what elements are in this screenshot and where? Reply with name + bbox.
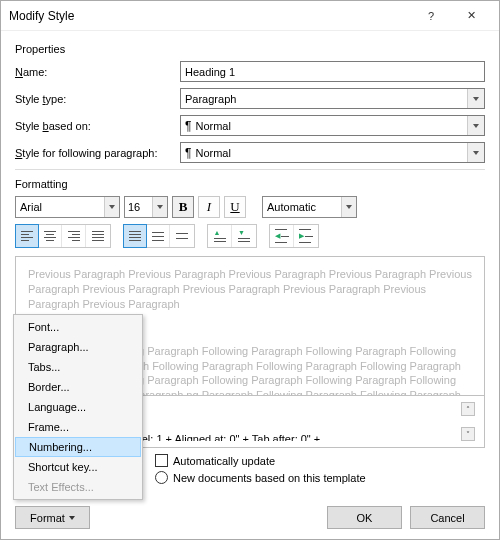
font-value: Arial	[16, 201, 104, 213]
divider	[15, 169, 485, 170]
para-spacing-group: ▲ ▼	[207, 224, 257, 248]
menu-tabs[interactable]: Tabs...	[14, 357, 142, 377]
basedon-value: ¶Normal	[181, 119, 467, 133]
styletype-combo[interactable]: Paragraph	[180, 88, 485, 109]
medium-spacing-button[interactable]	[146, 225, 170, 247]
name-label: Name:	[15, 66, 180, 78]
menu-shortcut[interactable]: Shortcut key...	[14, 457, 142, 477]
dialog-title: Modify Style	[9, 9, 411, 23]
styletype-label: Style type:	[15, 93, 180, 105]
titlebar: Modify Style ? ✕	[1, 1, 499, 31]
auto-update-checkbox[interactable]	[155, 454, 168, 467]
basedon-combo[interactable]: ¶Normal	[180, 115, 485, 136]
formatting-group-label: Formatting	[15, 178, 485, 190]
dialog-content: Properties Name: Style type: Paragraph S…	[1, 31, 499, 496]
format-menu: Font... Paragraph... Tabs... Border... L…	[13, 314, 143, 500]
scroll-up-icon[interactable]: ˄	[461, 402, 475, 416]
chevron-down-icon	[467, 143, 484, 162]
following-combo[interactable]: ¶Normal	[180, 142, 485, 163]
menu-font[interactable]: Font...	[14, 317, 142, 337]
help-button[interactable]: ?	[411, 2, 451, 30]
chevron-down-icon	[467, 89, 484, 108]
chevron-down-icon	[104, 197, 119, 217]
bold-button[interactable]: B	[172, 196, 194, 218]
chevron-down-icon	[467, 116, 484, 135]
caret-down-icon	[69, 516, 75, 520]
auto-update-label: Automatically update	[173, 455, 275, 467]
format-button[interactable]: Format	[15, 506, 90, 529]
scroll-down-icon[interactable]: ˅	[461, 427, 475, 441]
close-button[interactable]: ✕	[451, 2, 491, 30]
menu-border[interactable]: Border...	[14, 377, 142, 397]
chevron-down-icon	[152, 197, 167, 217]
new-docs-label: New documents based on this template	[173, 472, 366, 484]
styletype-value: Paragraph	[181, 93, 467, 105]
italic-button[interactable]: I	[198, 196, 220, 218]
single-spacing-button[interactable]	[123, 224, 147, 248]
fontcolor-combo[interactable]: Automatic	[262, 196, 357, 218]
description-scrollbar[interactable]: ˄ ˅	[460, 402, 476, 441]
fontsize-combo[interactable]: 16	[124, 196, 168, 218]
menu-frame[interactable]: Frame...	[14, 417, 142, 437]
align-center-button[interactable]	[38, 225, 62, 247]
menu-paragraph[interactable]: Paragraph...	[14, 337, 142, 357]
paragraph-toolbar: ▲ ▼ ◀ ▶	[15, 224, 485, 248]
font-combo[interactable]: Arial	[15, 196, 120, 218]
align-justify-button[interactable]	[86, 225, 110, 247]
underline-button[interactable]: U	[224, 196, 246, 218]
dialog-footer: Format OK Cancel	[1, 496, 499, 539]
ok-button[interactable]: OK	[327, 506, 402, 529]
cancel-button[interactable]: Cancel	[410, 506, 485, 529]
double-spacing-button[interactable]	[170, 225, 194, 247]
formatting-toolbar: Arial 16 B I U Automatic	[15, 196, 485, 218]
preview-prev-text: Previous Paragraph Previous Paragraph Pr…	[28, 267, 472, 312]
indent-group: ◀ ▶	[269, 224, 319, 248]
menu-texteffects: Text Effects...	[14, 477, 142, 497]
fontsize-value: 16	[125, 201, 152, 213]
increase-before-button[interactable]: ▲	[208, 225, 232, 247]
spacing-group	[123, 224, 195, 248]
chevron-down-icon	[341, 197, 356, 217]
basedon-label: Style based on:	[15, 120, 180, 132]
name-input[interactable]	[180, 61, 485, 82]
align-left-button[interactable]	[15, 224, 39, 248]
fontcolor-value: Automatic	[263, 201, 341, 213]
following-label: Style for following paragraph:	[15, 147, 180, 159]
properties-group-label: Properties	[15, 43, 485, 55]
following-value: ¶Normal	[181, 146, 467, 160]
menu-numbering[interactable]: Numbering...	[15, 437, 141, 457]
increase-indent-button[interactable]: ▶	[294, 225, 318, 247]
align-group	[15, 224, 111, 248]
modify-style-dialog: Modify Style ? ✕ Properties Name: Style …	[0, 0, 500, 540]
new-docs-radio[interactable]	[155, 471, 168, 484]
align-right-button[interactable]	[62, 225, 86, 247]
menu-language[interactable]: Language...	[14, 397, 142, 417]
decrease-indent-button[interactable]: ◀	[270, 225, 294, 247]
decrease-before-button[interactable]: ▼	[232, 225, 256, 247]
